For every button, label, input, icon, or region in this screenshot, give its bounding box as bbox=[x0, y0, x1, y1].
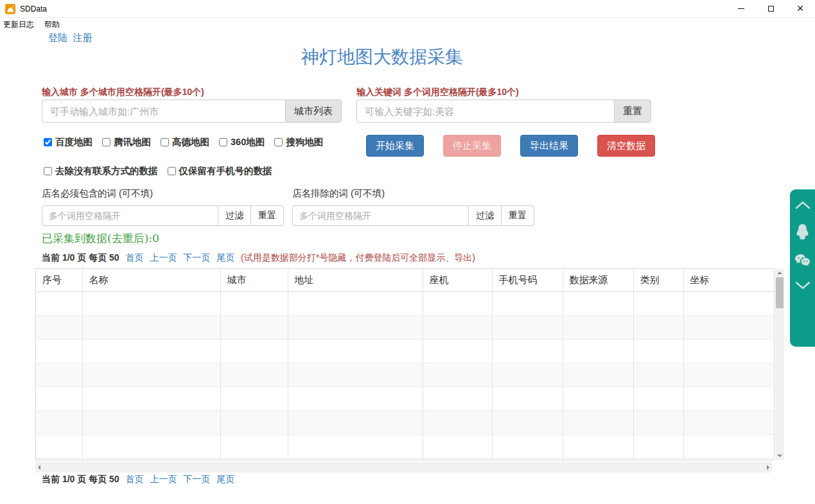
last-page-link[interactable]: 尾页 bbox=[216, 474, 234, 484]
sogou-map-checkbox[interactable] bbox=[274, 138, 283, 146]
checkbox-label: 腾讯地图 bbox=[114, 136, 151, 148]
side-dock bbox=[790, 189, 815, 347]
table-cell bbox=[683, 316, 774, 340]
last-page-link[interactable]: 尾页 bbox=[216, 252, 234, 263]
table-cell bbox=[82, 458, 220, 461]
tencent-map-checkbox[interactable] bbox=[102, 138, 110, 146]
exclude-filter-button[interactable]: 过滤 bbox=[469, 205, 502, 226]
table-row[interactable] bbox=[36, 458, 774, 461]
table-cell bbox=[36, 363, 82, 387]
table-cell bbox=[288, 363, 423, 387]
checkbox-label: 百度地图 bbox=[55, 136, 92, 148]
register-link[interactable]: 注册 bbox=[73, 32, 92, 43]
keyword-reset-button[interactable]: 重置 bbox=[615, 100, 651, 123]
table-row[interactable] bbox=[36, 363, 774, 387]
table-cell bbox=[683, 363, 774, 387]
keyword-input-label: 输入关键词 多个词用空格隔开(最多10个) bbox=[356, 87, 519, 98]
next-page-link[interactable]: 下一页 bbox=[183, 252, 210, 263]
table-cell bbox=[683, 458, 774, 461]
baidu-map-checkbox[interactable] bbox=[44, 138, 52, 146]
exclude-reset-button[interactable]: 重置 bbox=[502, 205, 534, 226]
keyword-input[interactable] bbox=[356, 100, 615, 123]
checkbox-label: 360地图 bbox=[231, 136, 265, 148]
checkbox-baidu-map[interactable]: 百度地图 bbox=[44, 136, 92, 148]
city-input[interactable] bbox=[42, 100, 286, 123]
checkbox-tencent-map[interactable]: 腾讯地图 bbox=[102, 136, 151, 148]
table-row[interactable] bbox=[36, 435, 774, 458]
next-page-link[interactable]: 下一页 bbox=[183, 474, 210, 484]
table-cell bbox=[633, 458, 683, 461]
first-page-link[interactable]: 首页 bbox=[125, 474, 143, 484]
chevron-down-icon[interactable] bbox=[795, 281, 811, 290]
column-header: 序号 bbox=[36, 269, 82, 292]
menu-item-help[interactable]: 帮助 bbox=[39, 18, 65, 31]
checkbox-label: 搜狗地图 bbox=[286, 136, 323, 148]
include-reset-button[interactable]: 重置 bbox=[251, 205, 284, 226]
column-header: 类别 bbox=[633, 269, 683, 292]
table-row[interactable] bbox=[36, 292, 774, 316]
vertical-scrollbar-thumb[interactable] bbox=[776, 277, 784, 308]
prev-page-link[interactable]: 上一页 bbox=[150, 252, 177, 263]
table-cell bbox=[492, 340, 563, 363]
prev-page-link[interactable]: 上一页 bbox=[150, 474, 177, 484]
top-pagination: 当前 1/0 页 每页 50 首页 上一页 下一页 尾页 (试用是数据部分打*号… bbox=[42, 252, 475, 264]
minimize-button[interactable] bbox=[726, 0, 756, 18]
table-cell bbox=[683, 411, 774, 435]
table-cell bbox=[633, 340, 683, 363]
clear-data-button[interactable]: 清空数据 bbox=[597, 135, 655, 157]
table-cell bbox=[423, 363, 492, 387]
checkbox-remove-no-contact[interactable]: 去除没有联系方式的数据 bbox=[44, 165, 158, 177]
exclude-words-input[interactable] bbox=[292, 205, 469, 226]
table-cell bbox=[563, 458, 633, 461]
checkbox-sogou-map[interactable]: 搜狗地图 bbox=[274, 136, 323, 148]
scroll-down-arrow-icon[interactable] bbox=[777, 455, 782, 457]
table-cell bbox=[423, 435, 492, 458]
qq-icon[interactable] bbox=[795, 223, 810, 239]
login-link[interactable]: 登陆 bbox=[48, 32, 67, 43]
table-cell bbox=[492, 387, 563, 411]
table-row[interactable] bbox=[36, 340, 774, 363]
table-row[interactable] bbox=[36, 411, 774, 435]
auth-links: 登陆 注册 bbox=[48, 32, 94, 44]
table-row[interactable] bbox=[36, 316, 774, 340]
checkbox-360-map[interactable]: 360地图 bbox=[219, 136, 265, 148]
table-cell bbox=[633, 435, 683, 458]
keyword-input-group: 重置 bbox=[356, 100, 651, 123]
scroll-left-arrow-icon[interactable] bbox=[38, 465, 40, 470]
remove-no-contact-checkbox[interactable] bbox=[44, 167, 52, 175]
city-input-label: 输入城市 多个城市用空格隔开(最多10个) bbox=[42, 87, 204, 98]
table-cell bbox=[492, 435, 563, 458]
360-map-checkbox[interactable] bbox=[219, 138, 227, 146]
table-cell bbox=[82, 387, 220, 411]
table-cell bbox=[633, 316, 683, 340]
wechat-icon[interactable] bbox=[794, 254, 811, 267]
first-page-link[interactable]: 首页 bbox=[125, 252, 143, 263]
scroll-up-arrow-icon[interactable] bbox=[777, 272, 782, 274]
table-cell bbox=[423, 411, 492, 435]
horizontal-scrollbar[interactable] bbox=[35, 462, 772, 473]
table-row[interactable] bbox=[36, 387, 774, 411]
menu-item-changelog[interactable]: 更新日志 bbox=[0, 18, 39, 31]
maximize-button[interactable] bbox=[756, 0, 785, 18]
gaode-map-checkbox[interactable] bbox=[161, 138, 169, 146]
vertical-scrollbar[interactable] bbox=[775, 269, 784, 460]
column-header: 城市 bbox=[220, 269, 288, 292]
stop-collect-button[interactable]: 停止采集 bbox=[443, 135, 501, 157]
chevron-up-icon[interactable] bbox=[795, 201, 811, 209]
include-words-input[interactable] bbox=[42, 205, 218, 226]
checkbox-gaode-map[interactable]: 高德地图 bbox=[161, 136, 209, 148]
export-results-button[interactable]: 导出结果 bbox=[520, 135, 578, 157]
window-title: SDData bbox=[20, 4, 47, 13]
checkbox-keep-mobile-only[interactable]: 仅保留有手机号的数据 bbox=[168, 165, 272, 177]
table-cell bbox=[492, 458, 563, 461]
table-cell bbox=[36, 458, 82, 461]
column-header: 地址 bbox=[288, 269, 423, 292]
close-button[interactable]: × bbox=[785, 0, 815, 18]
table-cell bbox=[220, 435, 288, 458]
city-list-button[interactable]: 城市列表 bbox=[286, 100, 342, 123]
column-header: 手机号码 bbox=[492, 269, 563, 292]
start-collect-button[interactable]: 开始采集 bbox=[366, 135, 424, 157]
keep-mobile-only-checkbox[interactable] bbox=[168, 167, 176, 175]
scroll-right-arrow-icon[interactable] bbox=[767, 465, 769, 470]
include-filter-button[interactable]: 过滤 bbox=[218, 205, 251, 226]
